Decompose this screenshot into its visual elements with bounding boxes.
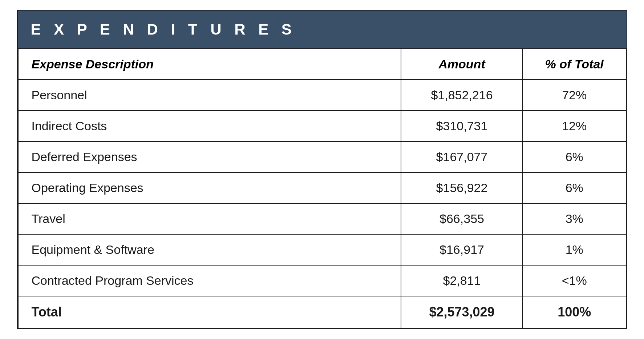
table-row: Deferred Expenses$167,0776%: [18, 141, 626, 172]
totals-pct: 100%: [523, 296, 626, 328]
row-pct: 72%: [523, 80, 626, 111]
row-description: Deferred Expenses: [18, 141, 401, 172]
row-amount: $2,811: [401, 265, 523, 296]
row-pct: 6%: [523, 172, 626, 203]
table-row: Travel$66,3553%: [18, 203, 626, 234]
table-row: Equipment & Software$16,9171%: [18, 234, 626, 265]
row-amount: $156,922: [401, 172, 523, 203]
row-amount: $167,077: [401, 141, 523, 172]
row-pct: 12%: [523, 111, 626, 141]
row-amount: $310,731: [401, 111, 523, 141]
row-pct: 6%: [523, 141, 626, 172]
table-row: Operating Expenses$156,9226%: [18, 172, 626, 203]
table-header: E X P E N D I T U R E S: [18, 11, 627, 48]
row-pct: 3%: [523, 203, 626, 234]
table-row: Personnel$1,852,21672%: [18, 80, 626, 111]
col-header-description: Expense Description: [18, 49, 401, 80]
totals-row: Total $2,573,029 100%: [18, 296, 626, 328]
col-header-pct: % of Total: [523, 49, 626, 80]
row-description: Personnel: [18, 80, 401, 111]
row-amount: $66,355: [401, 203, 523, 234]
totals-label: Total: [18, 296, 401, 328]
table-row: Indirect Costs$310,73112%: [18, 111, 626, 141]
row-description: Travel: [18, 203, 401, 234]
row-description: Indirect Costs: [18, 111, 401, 141]
row-description: Operating Expenses: [18, 172, 401, 203]
table-row: Contracted Program Services$2,811<1%: [18, 265, 626, 296]
row-amount: $1,852,216: [401, 80, 523, 111]
column-headers: Expense Description Amount % of Total: [18, 49, 626, 80]
table-title: E X P E N D I T U R E S: [31, 21, 296, 38]
expenditures-table: E X P E N D I T U R E S Expense Descript…: [17, 10, 627, 329]
row-description: Equipment & Software: [18, 234, 401, 265]
row-pct: <1%: [523, 265, 626, 296]
row-pct: 1%: [523, 234, 626, 265]
row-amount: $16,917: [401, 234, 523, 265]
col-header-amount: Amount: [401, 49, 523, 80]
totals-amount: $2,573,029: [401, 296, 523, 328]
row-description: Contracted Program Services: [18, 265, 401, 296]
